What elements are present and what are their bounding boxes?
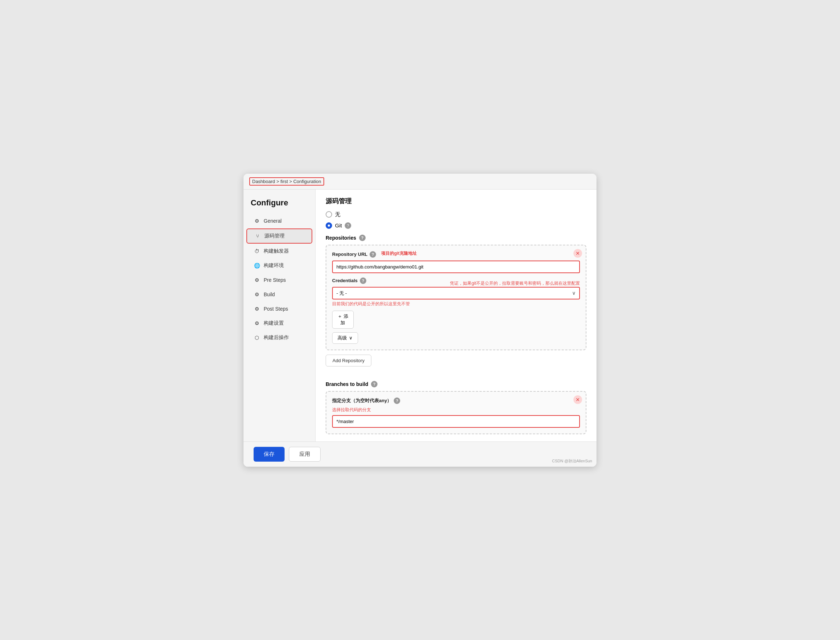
repositories-help-icon[interactable]: ? — [359, 235, 366, 241]
branches-section: Branches to build ? ✕ 指定分支（为空时代表any） ? 选… — [326, 381, 586, 434]
branch-close-button[interactable]: ✕ — [573, 395, 582, 404]
repo-close-button[interactable]: ✕ — [573, 249, 582, 258]
repo-url-label: Repository URL — [332, 251, 367, 257]
scm-radio-group: 无 Git ? — [326, 211, 586, 229]
repositories-header: Repositories ? — [326, 235, 586, 241]
credentials-label: Credentials — [332, 278, 358, 283]
settings-icon: ⚙ — [254, 277, 260, 283]
credentials-annotation2: 目前我们的代码是公开的所以这里先不管 — [332, 301, 580, 307]
sidebar-item-label: Post Steps — [263, 306, 288, 312]
sidebar-item-label: 构建环境 — [263, 262, 284, 269]
sidebar-item-label: 构建触发器 — [263, 248, 289, 254]
add-repository-button[interactable]: Add Repository — [326, 355, 371, 366]
sidebar-item-general[interactable]: ⚙ General — [246, 214, 312, 228]
fork-icon: ⑂ — [254, 233, 261, 239]
breadcrumb: Dashboard > first > Configuration — [243, 174, 597, 190]
branches-help-icon[interactable]: ? — [371, 381, 377, 387]
advanced-button[interactable]: 高级 ∨ — [332, 332, 358, 344]
sidebar-item-label: 构建后操作 — [263, 334, 289, 341]
repositories-label: Repositories — [326, 235, 356, 241]
git-help-icon[interactable]: ? — [345, 222, 351, 229]
branch-annotation: 选择拉取代码的分支 — [332, 407, 580, 413]
main-content: 源码管理 无 Git ? Repositorie — [316, 190, 597, 442]
sidebar: Configure ⚙ General ⑂ 源码管理 ⏱ 构建触发器 🌐 构建环… — [243, 190, 316, 442]
radio-git-label: Git — [335, 222, 342, 229]
breadcrumb-text: Dashboard > first > Configuration — [249, 177, 324, 186]
repo-card: ✕ Repository URL ? 项目的git克隆地址 Credential… — [326, 245, 586, 350]
sidebar-item-env[interactable]: 🌐 构建环境 — [246, 259, 312, 272]
sidebar-item-label: 源码管理 — [264, 233, 284, 239]
repo-url-annotation: 项目的git克隆地址 — [381, 250, 417, 257]
credentials-annotation1: 凭证，如果git不是公开的，拉取需要账号和密码，那么就在这里配置 — [450, 280, 580, 286]
sidebar-item-label: General — [263, 218, 282, 224]
branch-card: ✕ 指定分支（为空时代表any） ? 选择拉取代码的分支 — [326, 391, 586, 434]
footer: 保存 应用 — [243, 442, 597, 467]
add-credentials-label: ＋ 添加 — [337, 313, 348, 326]
credentials-select-wrapper: - 无 - — [332, 287, 580, 299]
radio-none-label: 无 — [335, 211, 340, 218]
branch-label-row: 指定分支（为空时代表any） ? — [332, 397, 580, 404]
buildsettings-icon: ⚙ — [254, 320, 260, 326]
postbuild-icon: ⬡ — [254, 334, 260, 341]
sidebar-item-buildsettings[interactable]: ⚙ 构建设置 — [246, 317, 312, 330]
sidebar-item-label: Build — [263, 291, 275, 297]
advanced-chevron-icon: ∨ — [349, 335, 353, 341]
repo-url-input[interactable] — [332, 261, 580, 273]
poststeps-icon: ⚙ — [254, 306, 260, 312]
repo-url-help-icon[interactable]: ? — [370, 251, 376, 258]
build-icon: ⚙ — [254, 291, 260, 298]
sidebar-item-source[interactable]: ⑂ 源码管理 — [246, 229, 312, 243]
sidebar-item-label: 构建设置 — [263, 320, 284, 326]
repo-url-label-row: Repository URL ? 项目的git克隆地址 — [332, 251, 580, 258]
branch-help-icon[interactable]: ? — [394, 397, 400, 404]
branches-header: Branches to build ? — [326, 381, 586, 387]
branch-input[interactable] — [332, 415, 580, 428]
radio-none[interactable] — [326, 211, 332, 218]
watermark: CSDN @孙治AllenSun — [552, 458, 592, 464]
repositories-section: Repositories ? ✕ Repository URL ? 项目的git… — [326, 235, 586, 374]
apply-button[interactable]: 应用 — [289, 447, 321, 462]
sidebar-item-poststeps[interactable]: ⚙ Post Steps — [246, 302, 312, 316]
credentials-select[interactable]: - 无 - — [332, 287, 580, 299]
advanced-label: 高级 — [337, 335, 347, 341]
radio-git[interactable] — [326, 222, 332, 229]
sidebar-item-postbuild[interactable]: ⬡ 构建后操作 — [246, 331, 312, 344]
gear-icon: ⚙ — [254, 218, 260, 224]
sidebar-item-presteps[interactable]: ⚙ Pre Steps — [246, 273, 312, 287]
section-title: 源码管理 — [326, 197, 586, 205]
radio-git-row[interactable]: Git ? — [326, 222, 586, 229]
globe-icon: 🌐 — [254, 262, 260, 269]
sidebar-item-build[interactable]: ⚙ Build — [246, 288, 312, 301]
branch-label: 指定分支（为空时代表any） — [332, 397, 391, 404]
add-credentials-button[interactable]: ＋ 添加 — [332, 310, 354, 329]
credentials-help-icon[interactable]: ? — [360, 277, 366, 284]
branches-label: Branches to build — [326, 381, 368, 387]
save-button[interactable]: 保存 — [254, 447, 284, 462]
sidebar-item-label: Pre Steps — [263, 277, 286, 283]
clock-icon: ⏱ — [254, 248, 260, 254]
sidebar-item-trigger[interactable]: ⏱ 构建触发器 — [246, 244, 312, 258]
sidebar-title: Configure — [243, 195, 315, 213]
radio-none-row[interactable]: 无 — [326, 211, 586, 218]
